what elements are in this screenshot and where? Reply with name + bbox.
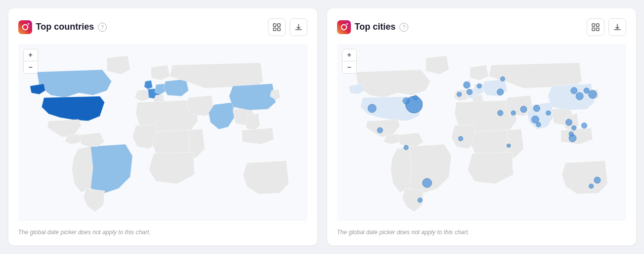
city-bubble-bangkok — [565, 119, 572, 126]
svg-point-2 — [28, 23, 29, 25]
svg-rect-0 — [18, 20, 32, 34]
zoom-in-countries[interactable]: + — [24, 49, 38, 61]
city-bubble-toronto — [413, 95, 417, 100]
card-header-cities: Top cities ? — [337, 18, 626, 36]
zoom-out-countries[interactable]: − — [24, 61, 38, 73]
grid-icon-countries — [273, 23, 281, 31]
download-button-countries[interactable] — [290, 18, 307, 36]
card-footer-countries: The global date picker does not apply to… — [18, 229, 307, 236]
cities-map-container: + − — [337, 44, 626, 223]
svg-rect-11 — [592, 24, 595, 27]
city-bubble-madrid — [457, 92, 461, 96]
city-bubble-riyadh — [511, 111, 515, 115]
svg-rect-6 — [277, 28, 280, 31]
countries-map-svg — [18, 44, 307, 221]
card-title-countries: Top countries — [36, 22, 94, 32]
city-bubble-sydney — [594, 177, 600, 183]
download-icon-countries — [295, 23, 302, 31]
help-icon-cities[interactable]: ? — [399, 23, 408, 32]
city-bubble-seoul — [584, 87, 589, 93]
svg-rect-14 — [596, 28, 599, 31]
top-countries-card: Top countries ? — [8, 8, 317, 246]
city-bubble-berlin — [477, 84, 481, 88]
city-bubble-cairo — [497, 110, 503, 116]
svg-rect-5 — [273, 28, 276, 31]
card-footer-cities: The global date picker does not apply to… — [337, 229, 626, 236]
dashboard: Top countries ? — [8, 8, 636, 246]
city-bubble-lagos — [458, 136, 463, 141]
city-bubble-shanghai — [576, 92, 583, 100]
svg-rect-3 — [273, 24, 276, 27]
city-bubble-paris — [467, 89, 472, 94]
city-bubble-mumbai — [531, 116, 539, 123]
city-bubble-nairobi — [507, 144, 511, 148]
download-icon-cities — [613, 23, 621, 31]
city-bubble-melbourne — [589, 184, 593, 188]
city-bubble-singapore — [568, 131, 573, 136]
svg-rect-4 — [277, 24, 280, 27]
city-bubble-istanbul — [497, 88, 503, 95]
top-cities-card: Top cities ? — [327, 8, 636, 246]
grid-button-cities[interactable] — [587, 18, 604, 36]
city-bubble-london — [463, 82, 470, 88]
card-title-cities: Top cities — [355, 22, 396, 32]
card-actions-cities — [587, 18, 626, 36]
city-bubble-bangalore — [536, 122, 540, 127]
title-group-cities: Top cities ? — [337, 20, 409, 34]
grid-icon-cities — [592, 23, 600, 31]
grid-button-countries[interactable] — [268, 18, 286, 36]
city-bubble-moscow — [500, 77, 505, 81]
city-bubble-mexico — [377, 127, 383, 133]
card-actions-countries — [268, 18, 307, 36]
title-group-countries: Top countries ? — [18, 20, 107, 34]
zoom-controls-cities: + − — [342, 49, 357, 74]
download-button-cities[interactable] — [608, 18, 626, 36]
instagram-icon-countries — [18, 20, 32, 34]
city-bubble-bogota — [403, 145, 408, 149]
city-bubble-manila — [581, 123, 587, 128]
city-bubble-saopaulo — [422, 178, 431, 187]
zoom-out-cities[interactable]: − — [343, 61, 356, 73]
city-bubble-kolkata — [546, 111, 550, 115]
city-bubble-hcmc — [571, 126, 576, 130]
svg-point-10 — [346, 23, 348, 25]
instagram-icon-cities — [337, 20, 351, 34]
svg-rect-13 — [592, 28, 595, 31]
city-bubble-dubai — [520, 106, 526, 112]
card-header-countries: Top countries ? — [18, 18, 307, 36]
city-bubble-la — [368, 104, 376, 112]
cities-map-svg — [337, 44, 626, 221]
city-bubble-beijing — [570, 87, 577, 93]
city-bubble-tokyo — [588, 90, 597, 98]
countries-map-container: + − — [18, 44, 307, 223]
zoom-in-cities[interactable]: + — [343, 49, 356, 61]
city-bubble-chicago — [403, 97, 409, 104]
city-bubble-buenosaires — [418, 198, 422, 202]
help-icon-countries[interactable]: ? — [98, 23, 107, 32]
zoom-controls-countries: + − — [23, 49, 38, 74]
svg-rect-12 — [596, 24, 599, 27]
city-bubble-delhi — [533, 105, 540, 111]
svg-rect-8 — [337, 20, 351, 34]
